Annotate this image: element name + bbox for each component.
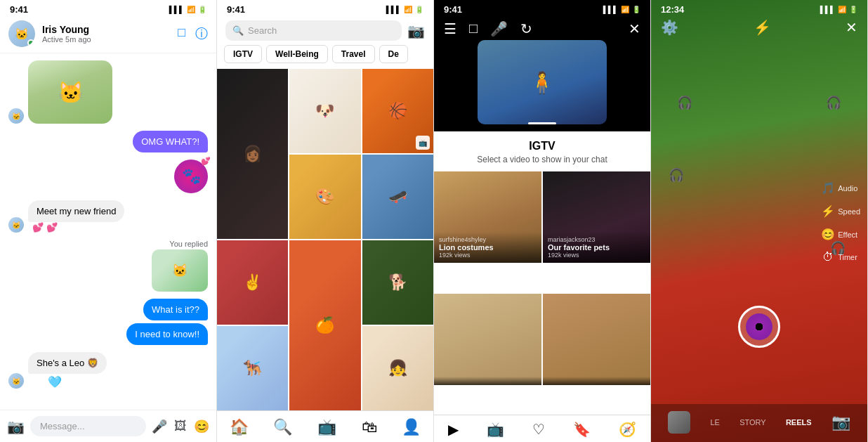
nav-shop-icon[interactable]: 🛍 xyxy=(362,418,377,436)
reels-tab-le[interactable]: LE xyxy=(710,418,719,427)
tab-wellbeing[interactable]: Well-Being xyxy=(266,45,328,63)
preview-person-emoji: 🧍 xyxy=(529,70,555,95)
leo-emoji: 🩵 xyxy=(48,375,107,389)
camera-input-icon[interactable]: 📷 xyxy=(7,418,25,435)
reels-menu-speed[interactable]: ⚡ Speed xyxy=(821,204,860,218)
header-action-icons: □ ⓘ xyxy=(178,25,208,42)
nav-search-icon[interactable]: 🔍 xyxy=(273,418,292,436)
grid-cell-9[interactable]: 🐕‍🦺 xyxy=(217,326,288,410)
igtv-nav-compass[interactable]: 🧭 xyxy=(619,421,636,438)
emoji-icon[interactable]: 😊 xyxy=(194,419,209,434)
grid-cell-4[interactable]: 🎨 xyxy=(289,155,360,239)
chat-header: 🐱 Iris Young Active 5m ago □ ⓘ xyxy=(0,16,216,53)
status-bar-1: 9:41 ▌▌▌ 📶 🔋 xyxy=(0,0,216,16)
tab-de[interactable]: De xyxy=(379,45,408,63)
igtv-refresh-icon[interactable]: ↻ xyxy=(520,20,532,37)
igtv-nav-heart[interactable]: ♡ xyxy=(532,421,545,438)
reels-flash-icon[interactable]: ⚡ xyxy=(754,19,771,36)
reels-flip-camera-icon[interactable]: 📷 xyxy=(831,413,850,431)
reels-capture-inner: ⏺ xyxy=(746,313,772,340)
cat-photo[interactable] xyxy=(28,60,112,124)
nav-profile-icon[interactable]: 👤 xyxy=(402,418,421,436)
contact-avatar[interactable]: 🐱 xyxy=(8,20,35,47)
outgoing-bubble-need: I need to know!! xyxy=(126,323,208,345)
igtv-video-2-views: 192k views xyxy=(548,252,645,259)
igtv-nav-play[interactable]: ▶ xyxy=(448,421,459,438)
reels-menu-effect[interactable]: 😊 Effect xyxy=(821,228,860,241)
grid-cell-3[interactable]: 🏀 📺 xyxy=(362,69,433,153)
igtv-nav-tv[interactable]: 📺 xyxy=(487,421,504,438)
igtv-video-grid: surfshine4shyley Lion costumes 192k view… xyxy=(434,171,650,415)
contact-name: Iris Young xyxy=(42,24,171,35)
igtv-video-4[interactable] xyxy=(543,294,650,385)
mic-icon[interactable]: 🎤 xyxy=(152,419,167,434)
reels-right-menu: 🎵 Audio ⚡ Speed 😊 Effect ⏱ Timer xyxy=(821,181,860,264)
igtv-video-2[interactable]: mariasjackson23 Our favorite pets 192k v… xyxy=(543,171,650,263)
reels-menu-audio[interactable]: 🎵 Audio xyxy=(821,181,860,195)
igtv-video-1-title: Lion costumes xyxy=(439,243,537,252)
camera-search-icon[interactable]: 📷 xyxy=(407,22,425,39)
chat-messages: 🐱 OMG WHAT?! 🐾 💕 🐱 Meet my new friend 💕 … xyxy=(0,53,216,410)
battery-icon: 🔋 xyxy=(198,6,206,13)
status-time-2: 9:41 xyxy=(227,4,245,15)
igtv-video-1[interactable]: surfshine4shyley Lion costumes 192k view… xyxy=(434,171,541,263)
battery-icon-3: 🔋 xyxy=(632,6,640,13)
igtv-close-icon[interactable]: ✕ xyxy=(629,20,640,37)
effect-icon: 😊 xyxy=(821,228,835,241)
igtv-camera-icon[interactable]: □ xyxy=(469,20,478,37)
message-input[interactable]: Message... xyxy=(30,416,146,436)
igtv-preview-video[interactable]: 🧍 xyxy=(478,40,607,124)
igtv-video-3[interactable] xyxy=(434,294,541,385)
reels-gallery-thumb[interactable] xyxy=(668,411,690,434)
search-bar[interactable]: 🔍 Search xyxy=(225,20,402,41)
igtv-subtitle: Select a video to show in your chat xyxy=(441,155,643,164)
battery-icon-2: 🔋 xyxy=(415,6,423,13)
reels-menu-timer[interactable]: ⏱ Timer xyxy=(821,251,860,264)
signal-icon-3: ▌▌▌ xyxy=(603,6,618,13)
reels-capture-button[interactable]: ⏺ xyxy=(738,306,780,348)
airpod-sticker-1: 🎧 xyxy=(677,95,692,110)
nav-tv-icon[interactable]: 📺 xyxy=(317,418,336,436)
speed-icon: ⚡ xyxy=(821,204,835,218)
replied-section: You replied 🐱 xyxy=(8,240,208,292)
grid-cell-6[interactable]: ✌️ xyxy=(217,240,288,325)
messenger-screen: 9:41 ▌▌▌ 📶 🔋 🐱 Iris Young Active 5m ago … xyxy=(0,0,217,442)
igtv-mic-icon[interactable]: 🎤 xyxy=(490,20,508,37)
incoming-image-message: 🐱 xyxy=(8,60,208,124)
grid-cell-1[interactable]: 👩🏾 xyxy=(217,69,288,239)
speed-label: Speed xyxy=(838,207,860,215)
reels-settings-icon[interactable]: ⚙️ xyxy=(661,19,678,36)
leo-bubble-wrap: She's a Leo 🦁 🩵 xyxy=(28,352,107,389)
tab-igtv[interactable]: IGTV xyxy=(224,45,262,63)
wifi-icon-2: 📶 xyxy=(404,6,412,13)
photo-icon[interactable]: 🖼 xyxy=(174,419,187,434)
reels-tab-story[interactable]: STORY xyxy=(739,418,766,427)
igtv-video-1-info: surfshine4shyley Lion costumes 192k view… xyxy=(434,232,541,263)
info-icon[interactable]: ⓘ xyxy=(195,25,208,42)
tab-travel[interactable]: Travel xyxy=(332,45,375,63)
igtv-badge: 📺 xyxy=(416,136,430,150)
status-icons-4: ▌▌▌ 📶 🔋 xyxy=(820,6,857,13)
grid-cell-7[interactable]: 🍊 xyxy=(289,240,360,410)
incoming-bubble-leo: She's a Leo 🦁 xyxy=(28,352,107,374)
reels-camera-screen: 12:34 ▌▌▌ 📶 🔋 ⚙️ ⚡ ✕ 🎧 🎧 🎧 🎧 🎵 Audio ⚡ S… xyxy=(651,0,868,442)
reels-tab-reels[interactable]: REELS xyxy=(786,418,812,427)
grid-cell-8[interactable]: 🐕 xyxy=(362,240,433,325)
igtv-video-1-views: 192k views xyxy=(439,252,537,259)
reels-top-bar: ⚙️ ⚡ ✕ xyxy=(651,16,867,40)
igtv-select-screen: 9:41 ▌▌▌ 📶 🔋 ☰ □ 🎤 ↻ ✕ 🧍 IGTV Select a v… xyxy=(434,0,651,442)
video-call-icon[interactable]: □ xyxy=(178,25,185,42)
search-icon: 🔍 xyxy=(232,25,244,36)
igtv-video-1-user: surfshine4shyley xyxy=(439,236,537,243)
grid-cell-2[interactable]: 🐶 xyxy=(289,69,360,153)
igtv-sidebar-icon[interactable]: ☰ xyxy=(444,20,456,37)
igtv-nav-bookmark[interactable]: 🔖 xyxy=(573,421,591,438)
nav-home-icon[interactable]: 🏠 xyxy=(230,418,249,436)
grid-cell-10[interactable]: 👧 xyxy=(362,326,433,410)
grid-cell-5[interactable]: 🛹 xyxy=(362,155,433,239)
audio-icon: 🎵 xyxy=(821,181,835,195)
instagram-explore-screen: 9:41 ▌▌▌ 📶 🔋 🔍 Search 📷 IGTV Well-Being … xyxy=(217,0,434,442)
reels-close-icon[interactable]: ✕ xyxy=(846,19,857,36)
sender-avatar-sm2: 🐱 xyxy=(8,217,24,233)
effect-label: Effect xyxy=(838,230,857,238)
